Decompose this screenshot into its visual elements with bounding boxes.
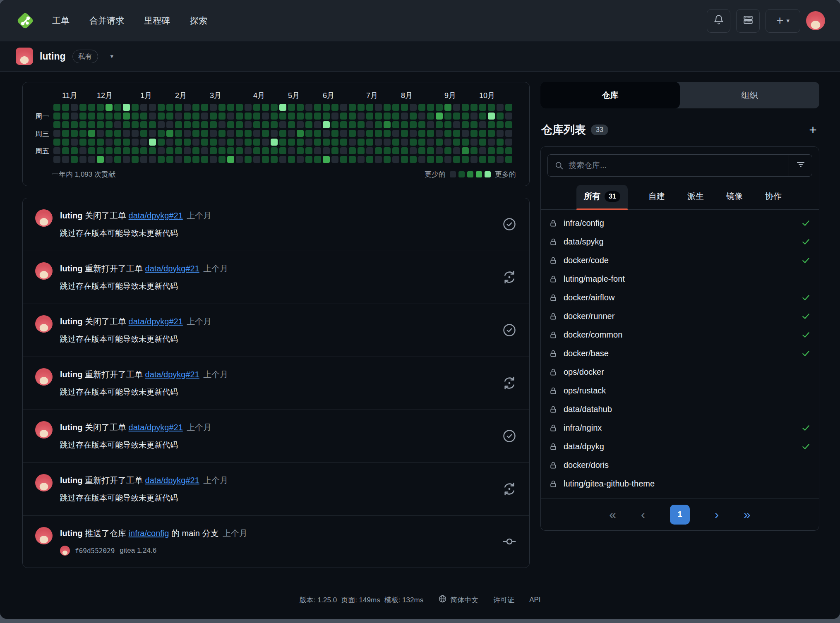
pagination: « ‹ 1 › » — [541, 498, 819, 530]
heatmap-cell — [418, 113, 425, 120]
heatmap-cell — [488, 139, 495, 146]
feed-actor-avatar[interactable] — [35, 315, 53, 333]
sidebar-tab-repositories[interactable]: 仓库 — [540, 82, 680, 108]
nav-link-0[interactable]: 工单 — [52, 15, 70, 26]
heatmap-cell — [175, 121, 182, 128]
license-link[interactable]: 许可证 — [493, 595, 514, 605]
gitea-logo-icon[interactable] — [15, 10, 36, 31]
feed-actor-avatar[interactable] — [35, 368, 53, 386]
heatmap-cell — [71, 139, 78, 146]
heatmap-cell — [184, 121, 191, 128]
repo-name-link[interactable]: docker/common — [564, 330, 622, 340]
heatmap-month-label: 3月 — [210, 91, 221, 101]
repo-filter-item[interactable]: 自建 — [647, 185, 667, 209]
heatmap-cell — [392, 104, 399, 111]
repo-filter-item[interactable]: 协作 — [763, 185, 783, 209]
repo-filter-button[interactable] — [789, 155, 812, 176]
create-new-button[interactable]: + ▾ — [766, 9, 800, 33]
api-link[interactable]: API — [529, 596, 540, 604]
feed-repo-link[interactable]: data/dpykg#21 — [129, 317, 183, 326]
heatmap-cell — [192, 130, 199, 137]
admin-panel-button[interactable] — [736, 9, 760, 33]
repo-name-link[interactable]: data/datahub — [564, 405, 612, 414]
language-selector[interactable]: 简体中文 — [438, 594, 478, 605]
repo-count-badge: 33 — [591, 125, 608, 135]
feed-actor-link[interactable]: luting — [60, 476, 82, 485]
contribution-heatmap-card: 11月12月1月2月3月4月5月6月7月8月9月10月 周一周三周五 一年内 1… — [22, 82, 530, 186]
notifications-button[interactable] — [707, 9, 730, 33]
feed-actor-avatar[interactable] — [35, 209, 53, 227]
feed-actor-link[interactable]: luting — [60, 264, 82, 273]
repo-name-link[interactable]: docker/doris — [564, 460, 609, 470]
heatmap-cell — [227, 147, 234, 154]
heatmap-cell — [149, 139, 156, 146]
feed-actor-link[interactable]: luting — [60, 317, 82, 326]
repo-list-header: 仓库列表 33 + — [541, 122, 817, 137]
heatmap-cell — [331, 147, 338, 154]
repo-search-input[interactable] — [566, 161, 789, 170]
feed-actor-avatar[interactable] — [35, 421, 53, 438]
nav-link-3[interactable]: 探索 — [190, 15, 207, 26]
feed-repo-link[interactable]: infra/config — [129, 529, 169, 538]
feed-repo-link[interactable]: data/dpykg#21 — [129, 211, 183, 220]
heatmap-cell — [71, 104, 78, 111]
sidebar-tab-organizations[interactable]: 组织 — [680, 82, 819, 108]
feed-repo-link[interactable]: data/dpykg#21 — [145, 370, 199, 379]
left-column: 11月12月1月2月3月4月5月6月7月8月9月10月 周一周三周五 一年内 1… — [22, 82, 530, 568]
repo-name-link[interactable]: data/dpykg — [564, 442, 604, 451]
profile-username[interactable]: luting — [40, 51, 66, 62]
repo-name-link[interactable]: ops/docker — [564, 367, 604, 377]
feed-actor-link[interactable]: luting — [60, 211, 82, 220]
heatmap-cell — [453, 139, 460, 146]
feed-actor-avatar[interactable] — [35, 527, 53, 544]
repo-filter-item[interactable]: 派生 — [686, 185, 706, 209]
heatmap-cell — [314, 139, 321, 146]
repo-name-link[interactable]: docker/airflow — [564, 293, 614, 302]
repo-name-link[interactable]: luting/gitea-github-theme — [564, 479, 655, 489]
user-avatar[interactable] — [806, 11, 825, 30]
heatmap-cell — [444, 139, 451, 146]
feed-actor-link[interactable]: luting — [60, 529, 82, 538]
nav-link-2[interactable]: 里程碑 — [144, 15, 170, 26]
heatmap-cell — [227, 104, 234, 111]
pagination-current-page[interactable]: 1 — [670, 505, 690, 525]
main-content: 11月12月1月2月3月4月5月6月7月8月9月10月 周一周三周五 一年内 1… — [0, 72, 840, 581]
heatmap-cell — [358, 147, 365, 154]
repo-name-link[interactable]: luting/maple-font — [564, 274, 625, 284]
new-repo-button[interactable]: + — [809, 123, 817, 137]
heatmap-cell — [349, 121, 356, 128]
pagination-prev-button[interactable]: ‹ — [641, 508, 645, 521]
commit-hash-link[interactable]: f69d552029 — [75, 547, 115, 555]
feed-repo-link[interactable]: data/dpykg#21 — [145, 264, 199, 273]
pagination-next-button[interactable]: › — [715, 508, 719, 521]
profile-avatar[interactable] — [16, 48, 33, 65]
feed-actor-link[interactable]: luting — [60, 423, 82, 432]
heatmap-cell — [331, 156, 338, 163]
heatmap-cell — [97, 147, 104, 154]
heatmap-cell — [488, 130, 495, 137]
repo-name-link[interactable]: docker/runner — [564, 312, 614, 321]
repo-name-link[interactable]: infra/nginx — [564, 423, 602, 433]
nav-link-1[interactable]: 合并请求 — [89, 15, 124, 26]
repo-name-link[interactable]: data/spykg — [564, 237, 604, 247]
pagination-last-button[interactable]: » — [744, 508, 751, 521]
feed-actor-avatar[interactable] — [35, 262, 53, 280]
heatmap-cell — [444, 130, 451, 137]
repo-name-link[interactable]: docker/base — [564, 349, 609, 358]
feed-repo-link[interactable]: data/dpykg#21 — [145, 476, 199, 485]
repo-filter-all[interactable]: 所有31 — [576, 185, 628, 209]
repo-name-link[interactable]: ops/rustack — [564, 386, 606, 395]
repo-name-link[interactable]: infra/config — [564, 218, 604, 228]
feed-actor-link[interactable]: luting — [60, 370, 82, 379]
feed-actor-avatar[interactable] — [35, 474, 53, 491]
pagination-first-button[interactable]: « — [609, 508, 616, 521]
heatmap-cell — [184, 113, 191, 120]
profile-dropdown-caret-icon[interactable]: ▾ — [110, 53, 114, 60]
heatmap-cell — [366, 147, 373, 154]
heatmap-cell — [192, 113, 199, 120]
repo-filter-item[interactable]: 镜像 — [725, 185, 744, 209]
heatmap-cell — [236, 130, 243, 137]
repo-name-link[interactable]: docker/code — [564, 256, 609, 265]
feed-entry-title: luting 重新打开了工单 data/dpykg#21 上个月 — [60, 263, 494, 274]
feed-repo-link[interactable]: data/dpykg#21 — [129, 423, 183, 432]
